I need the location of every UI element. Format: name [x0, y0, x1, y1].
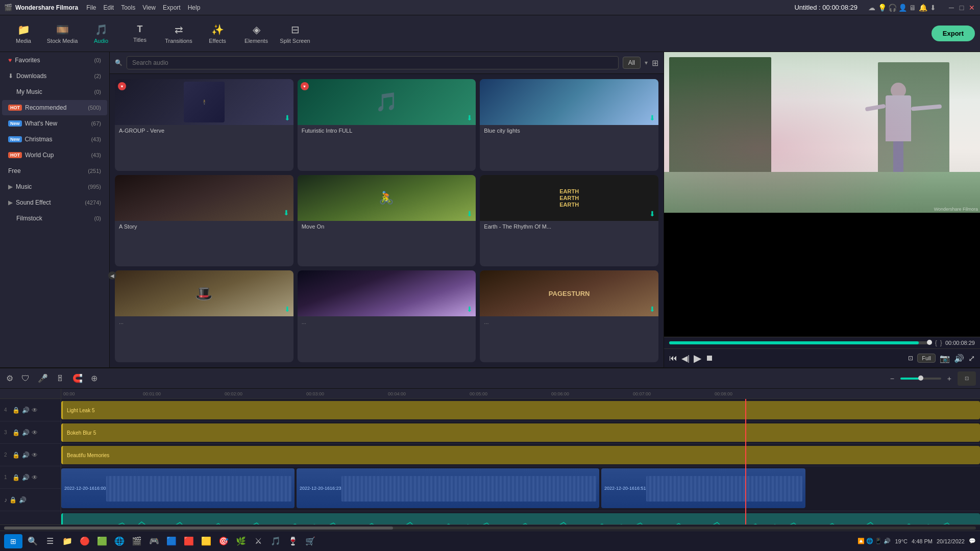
close-button[interactable]: ✕ — [968, 4, 976, 12]
track-2-audio-icon[interactable]: 🔊 — [22, 452, 30, 459]
sidebar-item-my-music[interactable]: My Music (0) — [2, 84, 107, 99]
timeline-zoom-slider[interactable] — [900, 378, 941, 380]
sidebar-item-world-cup[interactable]: HOT World Cup (43) — [2, 147, 107, 163]
track-3-audio-icon[interactable]: 🔊 — [22, 429, 30, 436]
timeline-zoom-out-button[interactable]: − — [888, 372, 896, 385]
track-1-eye-icon[interactable]: 👁 — [32, 474, 38, 481]
taskbar-app4-icon[interactable]: 🎯 — [216, 534, 231, 548]
tool-audio[interactable]: 🎵 Audio — [83, 17, 119, 50]
track-3-clip-1[interactable]: Bokeh Blur 5 — [61, 423, 980, 442]
taskbar-app8-icon[interactable]: 🍷 — [286, 534, 300, 548]
taskbar-app7-icon[interactable]: 🎵 — [268, 534, 283, 548]
snapshot-button[interactable]: 📷 — [940, 354, 950, 363]
audio-card-2[interactable]: 🎵 ♥ ⬇ Futuristic Intro FULL — [298, 79, 476, 171]
audio-card-5[interactable]: 🚴 ⬇ Move On — [298, 175, 476, 267]
audio-card-1[interactable]: 🕴 ♥ ⬇ A-GROUP - Verve — [115, 79, 293, 171]
sidebar-collapse-button[interactable]: ◀ — [108, 271, 110, 280]
track-3-lock-icon[interactable]: 🔒 — [12, 429, 20, 436]
sidebar-item-music[interactable]: ▶ Music (995) — [2, 179, 107, 194]
track-1-video-clip-3[interactable]: 2022-12-20-1616:51 — [601, 468, 805, 508]
step-back-button[interactable]: ◀| — [681, 354, 690, 363]
taskbar-steam-icon[interactable]: 🎮 — [147, 534, 161, 548]
taskbar-app5-icon[interactable]: 🌿 — [234, 534, 248, 548]
timeline-horizontal-scrollbar[interactable] — [4, 527, 976, 530]
tool-split-screen[interactable]: ⊟ Split Screen — [277, 17, 313, 50]
track-4-eye-icon[interactable]: 👁 — [32, 407, 38, 414]
tool-transitions[interactable]: ⇄ Transitions — [160, 17, 197, 50]
audio-card-3[interactable]: ⬇ Blue city lights — [480, 79, 658, 171]
tool-stock-media[interactable]: 🎞️ Stock Media — [44, 17, 81, 50]
taskbar-app1-icon[interactable]: 🟦 — [164, 534, 179, 548]
playhead-cursor[interactable] — [745, 399, 746, 524]
maximize-button[interactable]: □ — [958, 4, 966, 12]
taskbar-app3-icon[interactable]: 🟨 — [199, 534, 213, 548]
track-3-eye-icon[interactable]: 👁 — [32, 429, 38, 436]
taskbar-app2-icon[interactable]: 🟥 — [182, 534, 196, 548]
sidebar-item-whats-new[interactable]: New What's New (67) — [2, 116, 107, 131]
menu-tools[interactable]: Tools — [121, 4, 135, 11]
track-4-clip-1[interactable]: Light Leak 5 — [61, 401, 980, 419]
tool-media[interactable]: 📁 Media — [5, 17, 42, 50]
audio-card-8[interactable]: ⬇ ... — [298, 270, 476, 362]
menu-export[interactable]: Export — [163, 4, 181, 11]
sidebar-item-sound-effect[interactable]: ▶ Sound Effect (4274) — [2, 195, 107, 210]
audio-card-7[interactable]: 🎩 ⬇ ... — [115, 270, 293, 362]
menu-help[interactable]: Help — [188, 4, 201, 11]
taskbar-filmora-icon[interactable]: 🎬 — [130, 534, 144, 548]
timeline-mixer-button[interactable]: 🎚 — [54, 372, 66, 385]
fullscreen-button[interactable]: ⤢ — [968, 354, 975, 363]
tool-elements[interactable]: ◈ Elements — [238, 17, 275, 50]
tool-effects[interactable]: ✨ Effects — [199, 17, 236, 50]
menu-view[interactable]: View — [142, 4, 156, 11]
audio-card-4[interactable]: ⬇ A Story — [115, 175, 293, 267]
sidebar-item-filmstock[interactable]: Filmstock (0) — [2, 211, 107, 226]
taskbar-geforce-icon[interactable]: 🟩 — [95, 534, 109, 548]
grid-view-button[interactable]: ⊞ — [652, 58, 658, 68]
screen-icon[interactable]: 🖥 — [909, 4, 917, 12]
export-button[interactable]: Export — [932, 26, 975, 41]
bell-icon[interactable]: 🔔 — [919, 4, 927, 12]
track-1-audio-icon[interactable]: 🔊 — [22, 474, 30, 481]
preview-progress-bar[interactable] — [669, 341, 932, 344]
track-2-clip-1[interactable]: Beautifu Memories — [61, 446, 980, 464]
track-1-lock-icon[interactable]: 🔒 — [12, 474, 20, 481]
notification-icon[interactable]: 💬 — [969, 538, 976, 544]
track-2-eye-icon[interactable]: 👁 — [32, 452, 38, 459]
fit-to-window-button[interactable]: ⊡ — [908, 355, 913, 362]
audio-clip-1[interactable]: ♪ ❤ GROUP - Verve — [61, 513, 980, 524]
taskbar-opera-icon[interactable]: 🔴 — [78, 534, 92, 548]
timeline-zoom-in-button[interactable]: + — [945, 372, 953, 385]
audio-card-9[interactable]: PAGESTURN ⬇ ... — [480, 270, 658, 362]
search-input[interactable] — [127, 56, 619, 69]
track-1-video-clip-2[interactable]: 2022-12-20-1616:23 — [297, 468, 599, 508]
sidebar-item-recommended[interactable]: HOT Recommended (500) — [2, 100, 107, 115]
download-icon[interactable]: ⬇ — [929, 4, 937, 12]
audio-card-6[interactable]: EARTH EARTH EARTH ⬇ Earth - The Rhythm O… — [480, 175, 658, 267]
zoom-selector[interactable]: Full — [917, 354, 936, 363]
taskbar-app6-icon[interactable]: ⚔ — [251, 534, 265, 548]
minimize-button[interactable]: ─ — [947, 4, 955, 12]
taskbar-chrome-icon[interactable]: 🌐 — [112, 534, 127, 548]
start-button[interactable]: ⊞ — [4, 534, 22, 548]
volume-button[interactable]: 🔊 — [954, 354, 964, 363]
skip-back-button[interactable]: ⏮ — [669, 354, 677, 363]
bulb-icon[interactable]: 💡 — [878, 4, 886, 12]
stop-button[interactable]: ⏹ — [705, 354, 714, 363]
track-4-audio-icon[interactable]: 🔊 — [22, 407, 30, 414]
timeline-shield-button[interactable]: 🛡 — [19, 372, 32, 385]
track-audio-lock-icon[interactable]: 🔒 — [9, 496, 17, 504]
tool-titles[interactable]: T Titles — [121, 17, 158, 50]
timeline-split-button[interactable]: ⊕ — [89, 371, 100, 385]
taskbar-widgets-icon[interactable]: ☰ — [43, 534, 57, 548]
play-pause-button[interactable]: ▶ — [694, 352, 701, 364]
timeline-magnet-button[interactable]: 🧲 — [70, 371, 85, 385]
menu-edit[interactable]: Edit — [103, 4, 114, 11]
track-4-lock-icon[interactable]: 🔒 — [12, 407, 20, 414]
filter-all-button[interactable]: All — [623, 57, 641, 69]
timeline-settings-button[interactable]: ⚙ — [4, 371, 15, 385]
taskbar-explorer-icon[interactable]: 📁 — [60, 534, 75, 548]
track-1-video-clip-1[interactable]: 2022-12-20-1616:00 — [61, 468, 295, 508]
cloud-icon[interactable]: ☁ — [868, 4, 876, 12]
sidebar-item-christmas[interactable]: New Christmas (43) — [2, 132, 107, 147]
sidebar-item-downloads[interactable]: ⬇ Downloads (2) — [2, 68, 107, 84]
